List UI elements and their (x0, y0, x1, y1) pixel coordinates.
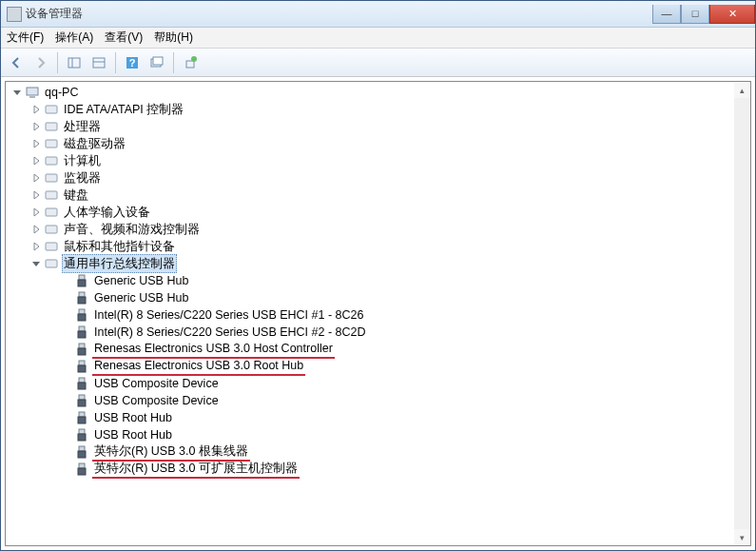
window-buttons: — □ ✕ (652, 5, 755, 24)
expand-collapse-icon[interactable] (30, 241, 42, 252)
monitor-icon (44, 170, 59, 186)
tree-device[interactable]: Intel(R) 8 Series/C220 Series USB EHCI #… (8, 324, 750, 341)
node-label: USB Composite Device (92, 375, 221, 392)
tree-category[interactable]: 磁盘驱动器 (8, 135, 750, 152)
tree-device[interactable]: 英特尔(R) USB 3.0 根集线器 (8, 443, 750, 461)
svg-rect-36 (79, 395, 85, 400)
forward-button[interactable] (29, 51, 52, 74)
tree-device[interactable]: Intel(R) 8 Series/C220 Series USB EHCI #… (8, 306, 750, 324)
tree-device[interactable]: Generic USB Hub (8, 289, 750, 306)
svg-point-9 (191, 56, 197, 62)
tree-device[interactable]: USB Root Hub (8, 409, 750, 426)
tree-category[interactable]: 计算机 (8, 152, 750, 169)
tree-category[interactable]: 处理器 (8, 118, 750, 135)
tree-category[interactable]: 键盘 (8, 187, 750, 204)
svg-rect-35 (78, 383, 86, 389)
show-hide-tree-button[interactable] (63, 51, 86, 74)
tree-category[interactable]: 通用串行总线控制器 (8, 255, 750, 272)
maximize-button[interactable]: □ (681, 5, 709, 24)
node-label: 英特尔(R) USB 3.0 根集线器 (92, 443, 250, 462)
expand-collapse-icon[interactable] (30, 155, 42, 167)
cpu-icon (44, 119, 59, 134)
spacer-icon (61, 446, 72, 458)
menu-file[interactable]: 文件(F) (7, 30, 44, 46)
tree-category[interactable]: 声音、视频和游戏控制器 (8, 221, 750, 238)
spacer-icon (61, 344, 72, 355)
expand-collapse-icon[interactable] (30, 104, 42, 115)
menu-help[interactable]: 帮助(H) (154, 30, 193, 46)
computer-icon (25, 85, 40, 100)
tree-root[interactable]: qq-PC (8, 84, 750, 101)
menu-view[interactable]: 查看(V) (105, 30, 143, 46)
node-label: Renesas Electronics USB 3.0 Root Hub (92, 357, 305, 376)
tree-device[interactable]: USB Root Hub (8, 426, 750, 443)
svg-rect-44 (79, 463, 85, 468)
node-label: 通用串行总线控制器 (62, 254, 177, 273)
expand-collapse-icon[interactable] (30, 172, 42, 184)
svg-rect-24 (79, 292, 85, 297)
vertical-scrollbar[interactable]: ▴ ▾ (734, 82, 750, 545)
svg-rect-20 (46, 243, 57, 250)
tree-device[interactable]: USB Composite Device (8, 392, 750, 409)
expand-collapse-icon[interactable] (30, 189, 42, 201)
svg-rect-31 (78, 348, 86, 355)
tree-device[interactable]: Renesas Electronics USB 3.0 Host Control… (8, 341, 750, 358)
svg-rect-19 (46, 226, 57, 233)
expand-collapse-icon[interactable] (30, 207, 42, 218)
close-button[interactable]: ✕ (709, 5, 755, 24)
expand-collapse-icon[interactable] (11, 87, 23, 98)
tree-device[interactable]: 英特尔(R) USB 3.0 可扩展主机控制器 (8, 461, 750, 478)
usb-icon (74, 342, 89, 357)
device-tree[interactable]: qq-PCIDE ATA/ATAPI 控制器处理器磁盘驱动器计算机监视器键盘人体… (6, 82, 750, 545)
disk-icon (44, 136, 59, 151)
tree-category[interactable]: 人体学输入设备 (8, 204, 750, 221)
menu-action[interactable]: 操作(A) (55, 30, 93, 46)
spacer-icon (61, 275, 72, 286)
svg-rect-0 (68, 58, 80, 68)
expand-collapse-icon[interactable] (30, 121, 42, 132)
node-label: IDE ATA/ATAPI 控制器 (62, 101, 185, 118)
update-driver-button[interactable] (179, 51, 202, 74)
svg-rect-29 (78, 331, 86, 338)
minimize-button[interactable]: — (652, 5, 681, 24)
svg-rect-21 (46, 260, 57, 267)
spacer-icon (61, 378, 72, 389)
node-label: USB Composite Device (92, 392, 221, 409)
svg-rect-12 (46, 106, 57, 113)
usb-icon (74, 273, 89, 288)
node-label: Generic USB Hub (92, 272, 190, 289)
back-button[interactable] (5, 51, 28, 74)
node-label: 监视器 (62, 169, 103, 187)
tree-device[interactable]: Renesas Electronics USB 3.0 Root Hub (8, 358, 750, 375)
scroll-track[interactable] (734, 98, 750, 529)
spacer-icon (61, 395, 72, 406)
tree-category[interactable]: 鼠标和其他指针设备 (8, 238, 750, 255)
svg-rect-23 (78, 280, 86, 286)
expand-collapse-icon[interactable] (30, 258, 42, 269)
usb-icon (74, 410, 89, 425)
expand-collapse-icon[interactable] (30, 138, 42, 149)
tree-device[interactable]: USB Composite Device (8, 375, 750, 392)
ide-controller-icon (44, 102, 59, 117)
properties-button[interactable] (87, 51, 110, 74)
svg-rect-39 (78, 417, 86, 423)
svg-rect-8 (186, 61, 194, 68)
title-bar[interactable]: 设备管理器 — □ ✕ (1, 1, 755, 28)
scroll-up-button[interactable]: ▴ (734, 82, 750, 98)
help-button[interactable]: ? (121, 51, 144, 74)
spacer-icon (61, 412, 72, 423)
node-label: 人体学输入设备 (62, 204, 152, 221)
node-label: 处理器 (62, 118, 103, 135)
expand-collapse-icon[interactable] (30, 224, 42, 235)
tree-category[interactable]: IDE ATA/ATAPI 控制器 (8, 101, 750, 118)
device-manager-window: 设备管理器 — □ ✕ 文件(F) 操作(A) 查看(V) 帮助(H) ? qq… (0, 0, 756, 551)
spacer-icon (61, 463, 72, 475)
usb-icon (74, 290, 89, 305)
scan-hardware-button[interactable] (145, 51, 168, 74)
scroll-down-button[interactable]: ▾ (734, 529, 750, 545)
svg-rect-7 (153, 57, 163, 65)
svg-rect-32 (79, 361, 85, 365)
tree-device[interactable]: Generic USB Hub (8, 272, 750, 289)
tree-category[interactable]: 监视器 (8, 169, 750, 187)
usb-icon (74, 376, 89, 391)
